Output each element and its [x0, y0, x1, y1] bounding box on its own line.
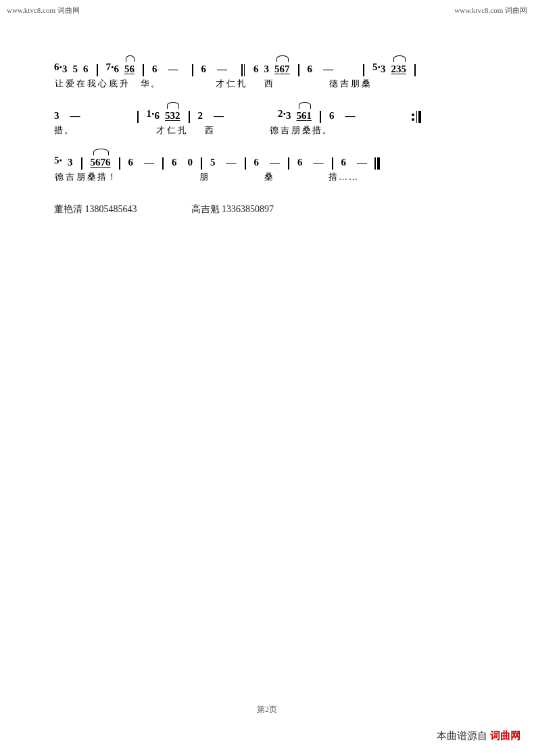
note-6e: 6 [201, 62, 207, 76]
lyrics-row-1: 让爱在我心底升华。 才仁扎西 德吉朋桑 [54, 78, 480, 90]
note-6r: 6 [341, 155, 347, 170]
page-number: 第2页 [257, 705, 277, 714]
bar-line-4 [298, 64, 299, 76]
note-6b: 6 [114, 62, 120, 76]
dash-2: — [217, 62, 227, 76]
note-2c: 2 [198, 109, 203, 123]
note-5i: 5 [91, 155, 96, 170]
note-3e: 3 [54, 109, 59, 123]
contact-1-phone: 13805485643 [85, 204, 137, 214]
bar-line-5 [363, 64, 364, 76]
contacts-section: 董艳清 13805485643 高吉魁 13363850897 [54, 203, 480, 216]
note-5h: 5 [54, 153, 62, 170]
note-0: 0 [188, 155, 193, 170]
dash-5: — [214, 109, 224, 123]
note-3: 3 [62, 62, 68, 76]
lyrics-row-3: 德吉朋桑措！ 朋 桑 措…… [54, 171, 480, 183]
contact-2-name: 高吉魁 [191, 204, 220, 214]
repeat-right-bar [412, 111, 422, 123]
bar-line-12 [162, 157, 164, 170]
double-bar-repeat [241, 64, 245, 76]
bottom-banner: 本曲谱源自 词曲网 [437, 730, 520, 742]
dash-11: — [357, 155, 367, 170]
contact-2-phone: 13363850897 [222, 204, 274, 214]
notation-row-2: 3 — 16 532 2 — 23 561 [54, 101, 480, 123]
note-7: 7 [285, 62, 290, 76]
note-5f: 5 [165, 109, 170, 123]
note-5c: 5 [274, 62, 280, 76]
contact-1: 董艳清 13805485643 [54, 203, 137, 216]
note-6i: 6 [155, 109, 160, 123]
note-6n: 6 [128, 155, 134, 170]
note-5b: 5 [124, 62, 130, 76]
bar-line-15 [288, 157, 289, 170]
page-footer: 第2页 [257, 704, 277, 715]
bar-line-9 [320, 111, 321, 123]
note-6a: 6 [83, 62, 89, 76]
note-5g: 5 [297, 109, 302, 123]
lyrics-row-2: 措。 才仁扎西 德吉朋桑措。 [54, 124, 480, 136]
note-5e: 5 [402, 62, 407, 76]
dash-3: — [323, 62, 333, 76]
note-6o: 6 [172, 155, 177, 170]
dash-6: — [345, 109, 356, 123]
bottom-banner-red: 词曲网 [490, 730, 520, 741]
dash-4: — [70, 109, 80, 123]
note-7dot: 7 [106, 59, 114, 76]
note-6d: 6 [152, 62, 157, 76]
note-6l: 6 [95, 155, 101, 170]
note-6m: 6 [105, 155, 111, 170]
bar-line-8 [189, 111, 190, 123]
contact-2: 高吉魁 13363850897 [191, 203, 274, 216]
note-3f: 3 [170, 109, 176, 123]
bar-line-11 [119, 157, 120, 170]
dash-8: — [226, 155, 237, 170]
watermark-right: www.ktvc8.com 词曲网 [454, 5, 527, 16]
note-5dot: 5 [372, 59, 381, 76]
notation-row-3: 5 3 5676 6 — 6 0 5 — [54, 147, 480, 170]
arc-561: 561 [297, 101, 312, 123]
arc-235: 235 [391, 54, 407, 76]
note-3d: 3 [396, 62, 402, 76]
bar-line-3 [192, 64, 193, 76]
bar-line-1 [97, 64, 98, 76]
note-2b: 2 [175, 109, 180, 123]
final-bar [374, 157, 380, 170]
note-6j: 6 [301, 109, 307, 123]
note-3h: 3 [68, 155, 73, 170]
bar-line-7 [137, 111, 139, 123]
note-6h: 6 [308, 62, 313, 76]
bar-line-6 [414, 64, 416, 76]
note-3c: 3 [381, 62, 386, 76]
dash-1: — [168, 62, 178, 76]
dash-10: — [314, 155, 324, 170]
note-6g: 6 [280, 62, 285, 76]
bar-line-16 [332, 157, 333, 170]
note-2a: 2 [391, 62, 397, 76]
note-3g: 3 [286, 109, 291, 123]
bar-line-14 [245, 157, 246, 170]
note-6dot: 6 [54, 59, 62, 76]
note-6p: 6 [254, 155, 260, 170]
note-6f: 6 [253, 62, 259, 76]
note-5j: 5 [210, 155, 216, 170]
bar-line-10 [81, 157, 82, 170]
note-6c: 6 [130, 62, 135, 76]
arc-5676: 5676 [91, 147, 111, 170]
bottom-banner-text: 本曲谱源自 [437, 730, 487, 741]
note-2dot: 2 [278, 106, 286, 123]
arc-532: 532 [165, 101, 180, 123]
dash-7: — [144, 155, 154, 170]
note-6k: 6 [329, 109, 335, 123]
notation-row-1: 63 5 6 76 56 6 — 6 — [54, 54, 480, 76]
bar-line-2 [143, 64, 144, 76]
note-1b: 1 [307, 109, 312, 123]
arc-567: 567 [274, 54, 290, 76]
arc-56: 56 [124, 54, 135, 76]
note-6q: 6 [297, 155, 303, 170]
watermark-left: www.ktvc8.com 词曲网 [7, 5, 80, 16]
note-3b: 3 [264, 62, 270, 76]
note-5: 5 [73, 62, 78, 76]
dash-9: — [270, 155, 280, 170]
note-1dot: 1 [147, 106, 155, 123]
